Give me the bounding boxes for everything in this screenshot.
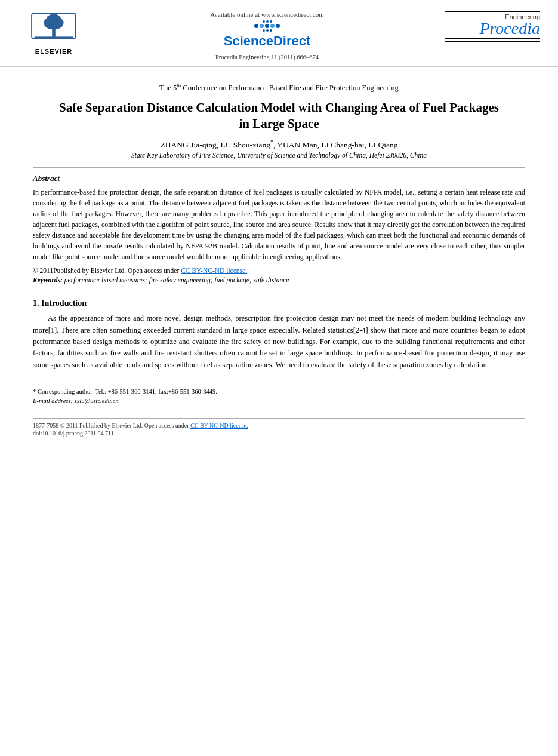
divider-2 (33, 290, 525, 290)
footnote: * Corresponding author. Tel.: +86-551-36… (33, 387, 525, 406)
sciencedirect-logo: ScienceDirect (224, 20, 311, 49)
procedia-bottom-lines (445, 37, 540, 42)
footnote-email: E-mail address: sxlu@ustc.edu.cn. (33, 397, 525, 406)
footer-cc-link[interactable]: CC BY-NC-ND license. (190, 422, 248, 429)
footnote-phone: * Corresponding author. Tel.: +86-551-36… (33, 387, 525, 397)
footnote-email-address: sxlu@ustc.edu.cn. (75, 398, 120, 404)
copyright-line: © 2011Published by Elsevier Ltd. Open ac… (33, 267, 525, 274)
svg-rect-4 (35, 36, 73, 38)
elsevier-logo-area: ELSEVIER (18, 11, 90, 55)
intro-paragraph-1: As the appearance of more and more novel… (33, 313, 525, 371)
elsevier-label: ELSEVIER (35, 48, 72, 55)
procedia-title: Procedia (479, 20, 540, 37)
footnote-divider (33, 383, 81, 383)
paper-title: Safe Separation Distance Calculation Mod… (57, 100, 501, 133)
abstract-text: In performance-based fire protection des… (33, 187, 525, 262)
keywords-label: Keywords: (33, 276, 63, 284)
elsevier-logo-svg (27, 11, 81, 47)
journal-info: Procedia Engineering 11 (2011) 666–674 (215, 54, 319, 60)
sciencedirect-text: ScienceDirect (224, 33, 311, 49)
keywords-text: performance-based measures; fire safety … (64, 276, 289, 284)
header: ELSEVIER Available online at www.science… (0, 0, 558, 67)
page: ELSEVIER Available online at www.science… (0, 0, 558, 756)
footer-doi: doi:10.1016/j.proeng.2011.04.711 (33, 430, 525, 437)
affiliation: State Key Laboratory of Fire Science, Un… (33, 152, 525, 159)
authors: ZHANG Jia-qing, LU Shou-xiang*, YUAN Man… (33, 139, 525, 150)
sciencedirect-area: Available online at www.sciencedirect.co… (90, 11, 445, 60)
keywords-line: Keywords: performance-based measures; fi… (33, 276, 525, 284)
bottom-footer: 1877-7058 © 2011 Published by Elsevier L… (33, 418, 525, 437)
available-online-text: Available online at www.sciencedirect.co… (210, 11, 324, 18)
main-content: The 5th Conference on Performance-Based … (0, 67, 558, 448)
svg-point-3 (47, 14, 61, 24)
procedia-area: Engineering Procedia (445, 11, 540, 42)
abstract-heading: Abstract (33, 174, 525, 183)
cc-license-link[interactable]: CC BY-NC-ND license. (181, 267, 247, 274)
divider-1 (33, 167, 525, 168)
conference-title: The 5th Conference on Performance-Based … (33, 82, 525, 93)
procedia-top-line (445, 11, 540, 12)
intro-heading: 1. Introduction (33, 299, 525, 308)
footnote-email-label: E-mail address: (33, 398, 73, 404)
footer-issn-line: 1877-7058 © 2011 Published by Elsevier L… (33, 422, 525, 429)
